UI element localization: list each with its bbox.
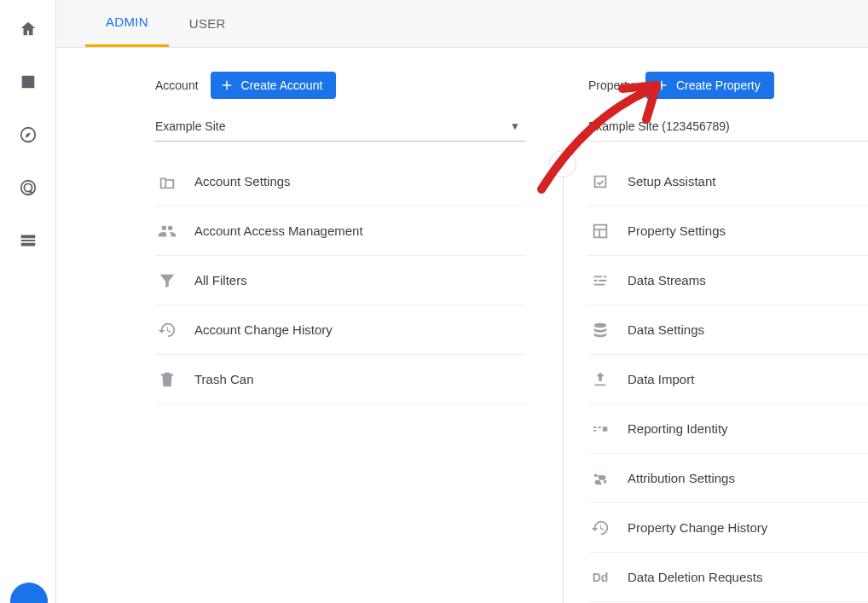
attribution-item[interactable]: Attribution Settings	[588, 454, 868, 503]
admin-content: Account Create Account Example Site ▼ Ac…	[56, 48, 868, 603]
list-item-label: Setup Assistant	[628, 174, 715, 188]
data-deletion-item[interactable]: Dd Data Deletion Requests	[588, 553, 868, 602]
tab-user[interactable]: USER	[169, 0, 246, 47]
account-selected: Example Site	[155, 119, 225, 133]
list-item-label: Property Settings	[628, 223, 726, 238]
streams-icon	[588, 271, 612, 290]
building-icon	[155, 172, 179, 191]
reports-icon[interactable]	[18, 72, 38, 92]
account-selector[interactable]: Example Site ▼	[155, 111, 525, 142]
funnel-icon	[155, 271, 179, 290]
history-icon	[588, 519, 612, 537]
account-list: Account Settings Account Access Manageme…	[155, 157, 525, 404]
explore-icon[interactable]	[18, 125, 38, 145]
account-settings-item[interactable]: Account Settings	[155, 157, 525, 206]
property-column: Property Create Property Example Site (1…	[551, 48, 868, 603]
data-settings-item[interactable]: Data Settings	[588, 305, 868, 355]
top-tabs: ADMIN USER	[56, 0, 868, 48]
list-item-label: Account Change History	[194, 322, 333, 337]
list-item-label: Trash Can	[194, 372, 253, 386]
list-item-label: Attribution Settings	[628, 471, 735, 485]
checkbox-icon	[588, 172, 612, 191]
attribution-icon	[588, 469, 612, 488]
home-icon[interactable]	[18, 19, 38, 39]
create-account-button[interactable]: Create Account	[211, 72, 337, 99]
property-list: Setup Assistant Property Settings Data S…	[588, 157, 868, 602]
create-property-button[interactable]: Create Property	[645, 72, 774, 99]
property-history-item[interactable]: Property Change History	[588, 503, 868, 553]
list-item-label: All Filters	[194, 273, 247, 287]
database-icon	[588, 321, 612, 339]
list-item-label: Property Change History	[628, 520, 767, 535]
reporting-identity-item[interactable]: Reporting Identity	[588, 404, 868, 454]
account-column: Account Create Account Example Site ▼ Ac…	[56, 48, 551, 603]
data-import-item[interactable]: Data Import	[588, 355, 868, 404]
advertising-icon[interactable]	[18, 177, 38, 198]
left-nav	[0, 0, 56, 603]
list-item-label: Data Settings	[628, 322, 704, 337]
property-selected[interactable]: Example Site (123456789)	[588, 111, 868, 142]
data-streams-item[interactable]: Data Streams	[588, 256, 868, 305]
plus-icon	[654, 78, 669, 93]
account-history-item[interactable]: Account Change History	[155, 305, 525, 355]
history-icon	[155, 321, 179, 339]
identity-icon	[588, 420, 612, 438]
column-toggle[interactable]	[549, 150, 576, 177]
configure-icon[interactable]	[18, 230, 38, 251]
fab-button[interactable]	[10, 583, 48, 603]
list-item-label: Data Import	[628, 372, 694, 386]
trash-icon	[155, 370, 179, 389]
people-icon	[155, 222, 179, 241]
dd-icon: Dd	[588, 571, 612, 584]
list-item-label: Account Access Management	[194, 223, 363, 238]
create-account-label: Create Account	[241, 78, 323, 92]
list-item-label: Data Deletion Requests	[628, 570, 762, 584]
upload-icon	[588, 370, 612, 389]
chevron-down-icon: ▼	[510, 120, 520, 132]
setup-assistant-item[interactable]: Setup Assistant	[588, 157, 868, 206]
list-item-label: Reporting Identity	[628, 421, 728, 436]
layout-icon	[588, 222, 612, 241]
list-item-label: Account Settings	[194, 174, 291, 188]
property-settings-item[interactable]: Property Settings	[588, 206, 868, 256]
trash-item[interactable]: Trash Can	[155, 355, 525, 404]
property-label: Property	[588, 78, 634, 92]
all-filters-item[interactable]: All Filters	[155, 256, 525, 305]
account-label: Account	[155, 78, 199, 92]
list-item-label: Data Streams	[628, 273, 706, 287]
account-access-item[interactable]: Account Access Management	[155, 206, 525, 256]
create-property-label: Create Property	[676, 78, 761, 92]
plus-icon	[219, 78, 234, 93]
tab-admin[interactable]: ADMIN	[85, 0, 169, 47]
